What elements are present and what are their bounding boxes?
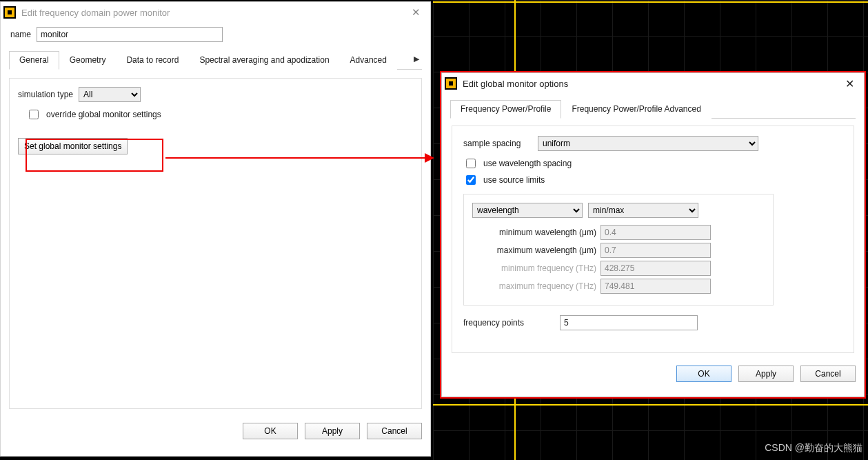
close-icon[interactable]: ✕ xyxy=(405,6,426,19)
frequency-points-input[interactable] xyxy=(560,315,698,330)
min-frequency-label: minimum frequency (THz) xyxy=(472,263,596,273)
annotation-highlight xyxy=(26,139,163,172)
sample-spacing-label: sample spacing xyxy=(463,139,532,148)
tab-bar: General Geometry Data to record Spectral… xyxy=(9,50,422,70)
app-icon xyxy=(3,6,16,19)
tab-spectral-averaging[interactable]: Spectral averaging and apodization xyxy=(189,51,339,70)
tab-geometry[interactable]: Geometry xyxy=(59,51,117,70)
dialog-title: Edit global monitor options xyxy=(463,79,834,89)
app-icon xyxy=(445,77,457,90)
frequency-points-label: frequency points xyxy=(463,318,554,328)
max-frequency-label: maximum frequency (THz) xyxy=(472,281,596,291)
name-input[interactable] xyxy=(37,27,223,42)
watermark: CSDN @勤奋的大熊猫 xyxy=(765,442,862,454)
minmax-select[interactable]: min/max xyxy=(588,203,698,218)
edit-global-monitor-options-dialog: Edit global monitor options ✕ Frequency … xyxy=(441,72,865,397)
wavelength-freq-group: wavelength min/max minimum wavelength (μ… xyxy=(463,194,774,306)
freq-power-panel: sample spacing uniform use wavelength sp… xyxy=(452,126,854,353)
tab-general[interactable]: General xyxy=(9,51,59,70)
tab-freq-power-profile-advanced[interactable]: Frequency Power/Profile Advanced xyxy=(561,100,711,119)
name-row: name xyxy=(1,23,430,50)
cancel-button[interactable]: Cancel xyxy=(800,366,856,382)
edit-monitor-dialog: Edit frequency domain power monitor ✕ na… xyxy=(0,1,431,457)
name-label: name xyxy=(10,30,31,39)
apply-button[interactable]: Apply xyxy=(305,423,360,439)
ok-button[interactable]: OK xyxy=(243,423,298,439)
tab-freq-power-profile[interactable]: Frequency Power/Profile xyxy=(450,100,561,119)
use-source-limits-checkbox[interactable] xyxy=(466,175,476,185)
tab-bar: Frequency Power/Profile Frequency Power/… xyxy=(450,99,856,119)
tab-advanced[interactable]: Advanced xyxy=(340,51,397,70)
use-wavelength-spacing-checkbox[interactable] xyxy=(466,159,476,168)
tab-scroll-right-icon[interactable]: ▶ xyxy=(411,53,422,64)
annotation-arrow xyxy=(165,157,433,159)
sample-spacing-select[interactable]: uniform xyxy=(538,136,758,151)
titlebar: Edit global monitor options ✕ xyxy=(442,73,864,94)
simulation-type-select[interactable]: All xyxy=(79,87,141,102)
override-global-checkbox[interactable] xyxy=(29,110,39,119)
cancel-button[interactable]: Cancel xyxy=(367,423,422,439)
max-wavelength-label: maximum wavelength (μm) xyxy=(472,246,596,255)
dialog-footer: OK Apply Cancel xyxy=(442,360,864,388)
ok-button[interactable]: OK xyxy=(676,366,731,382)
use-wavelength-spacing-label: use wavelength spacing xyxy=(483,159,572,168)
general-panel: simulation type All override global moni… xyxy=(9,78,422,409)
wavelength-select[interactable]: wavelength xyxy=(472,203,583,218)
dialog-title: Edit frequency domain power monitor xyxy=(21,8,400,18)
titlebar: Edit frequency domain power monitor ✕ xyxy=(1,2,430,23)
min-wavelength-input xyxy=(600,225,711,240)
tab-data-to-record[interactable]: Data to record xyxy=(116,51,189,70)
use-source-limits-label: use source limits xyxy=(483,175,545,185)
close-icon[interactable]: ✕ xyxy=(839,77,860,90)
min-wavelength-label: minimum wavelength (μm) xyxy=(472,228,596,237)
max-frequency-input xyxy=(600,279,711,294)
override-global-label: override global monitor settings xyxy=(46,110,161,119)
simulation-type-label: simulation type xyxy=(18,90,73,99)
max-wavelength-input xyxy=(600,243,711,258)
dialog-footer: OK Apply Cancel xyxy=(1,417,430,445)
apply-button[interactable]: Apply xyxy=(738,366,794,382)
min-frequency-input xyxy=(600,261,711,276)
